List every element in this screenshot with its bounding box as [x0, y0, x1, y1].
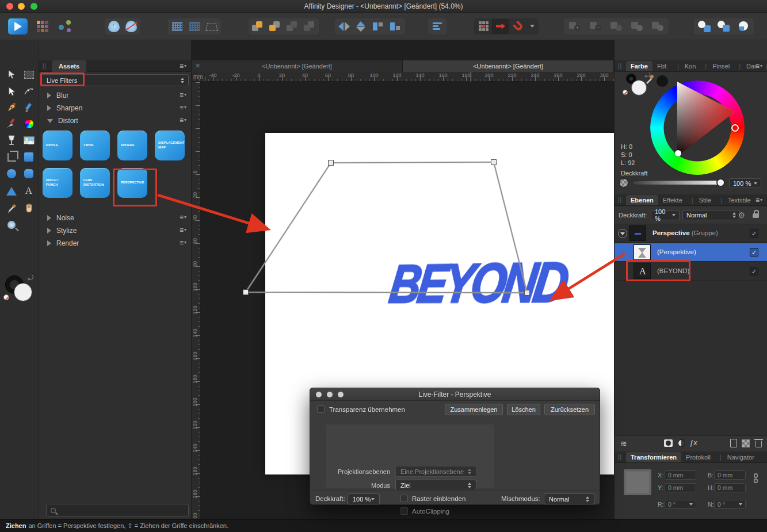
opacity-slider-handle[interactable] [716, 178, 725, 187]
tab-assets[interactable]: Assets [52, 60, 86, 72]
asset-tile-5[interactable]: PINCH / PUNCH [43, 168, 72, 198]
layer-visibility-checkbox[interactable]: ✓ [750, 248, 758, 257]
adjustment-icon[interactable] [678, 439, 685, 447]
insertion-mode-button-3[interactable] [734, 19, 753, 34]
secondary-swatch[interactable] [657, 75, 668, 87]
color-wells[interactable]: ⤾ [5, 275, 35, 305]
layers-opacity-select[interactable]: 100 % [651, 210, 680, 220]
layer-row-1[interactable]: Perspective (Gruppe)✓ [615, 224, 767, 243]
dialog-blend-select[interactable]: Normal [544, 493, 594, 504]
checkerboard-icon[interactable] [742, 439, 750, 447]
category-menu-icon[interactable]: ≡ [180, 213, 186, 221]
color-eyedropper-icon[interactable] [646, 74, 669, 89]
layer-visibility-checkbox[interactable]: ✓ [750, 267, 758, 275]
text-tool[interactable]: A [22, 184, 36, 198]
layer-row-2[interactable]: (Perspektive)✓ [615, 243, 767, 262]
color-wheel-tool[interactable] [22, 117, 36, 131]
link-dimensions-icon[interactable] [754, 473, 758, 485]
blend-mode-select[interactable]: Normal [682, 210, 740, 220]
opacity-swatch[interactable] [619, 178, 628, 187]
tab-pinsel[interactable]: Pinsel [700, 61, 734, 71]
autoclipping-checkbox[interactable] [400, 507, 408, 515]
export-persona-button[interactable] [58, 20, 72, 33]
asset-tile-1[interactable]: RIPPLE [43, 131, 72, 160]
vector-crop-tool[interactable] [5, 150, 18, 164]
anchor-selector[interactable] [624, 469, 651, 495]
asset-category-stylize[interactable]: Stylize≡ [39, 224, 191, 237]
panel-grip-icon[interactable]: || [618, 454, 622, 460]
asset-tile-6[interactable]: LENS DISTORTION [80, 168, 110, 198]
transform-select-n[interactable]: 0 ° [714, 500, 746, 509]
category-menu-icon[interactable]: ≡ [180, 91, 186, 99]
panel-grip-icon[interactable]: || [618, 63, 622, 69]
tab-effekte[interactable]: Effekte [658, 195, 687, 205]
point-transform-tool[interactable] [22, 85, 36, 98]
category-menu-icon[interactable]: ≡ [180, 239, 186, 247]
layer-visibility-checkbox[interactable]: ✓ [750, 229, 758, 238]
asset-category-sharpen[interactable]: Sharpen≡ [39, 102, 191, 114]
insertion-mode-button-1[interactable] [695, 19, 714, 34]
chevron-right-icon[interactable] [47, 240, 51, 246]
layers-menu-icon[interactable]: ≡ [755, 196, 762, 204]
snapping-dropdown-chevron-icon[interactable] [530, 25, 535, 28]
asset-category-blur[interactable]: Blur≡ [39, 89, 191, 102]
fill-color-well[interactable] [14, 283, 32, 301]
document-tab-1[interactable]: ✕<Unbenannt> [Geändert] [192, 60, 403, 72]
pencil-tool[interactable] [22, 101, 36, 114]
opacity-slider[interactable] [632, 180, 719, 185]
mode-select[interactable]: Ziel [395, 480, 476, 491]
asset-category-distort[interactable]: Distort≡ [39, 114, 191, 127]
move-tool[interactable] [5, 68, 18, 82]
category-menu-icon[interactable]: ≡ [180, 104, 186, 112]
boolean-xor-button[interactable] [647, 19, 668, 34]
pixel-snap-button[interactable] [475, 19, 492, 34]
category-menu-icon[interactable]: ≡ [180, 116, 186, 124]
ellipse-tool[interactable] [5, 167, 18, 181]
tab-stile[interactable]: Stile [687, 195, 716, 205]
asset-tile-3[interactable]: SPHERE [117, 131, 147, 160]
asset-category-noise[interactable]: Noise≡ [39, 212, 191, 224]
chevron-down-icon[interactable] [47, 119, 53, 123]
dialog-button-zusammenlegen[interactable]: Zusammenlegen [445, 404, 503, 415]
snapping-magnet-button[interactable] [509, 19, 526, 34]
dialog-minimize-button[interactable] [327, 392, 333, 397]
dialog-button-zurücksetzen[interactable]: Zurücksetzen [544, 404, 595, 415]
dialog-button-löschen[interactable]: Löschen [507, 404, 540, 415]
chevron-right-icon[interactable] [47, 93, 51, 98]
order-back-button[interactable] [301, 19, 318, 34]
transform-select-r[interactable]: 0 ° [665, 500, 696, 509]
node-tool[interactable] [5, 85, 18, 98]
flip-vertical-button[interactable] [353, 19, 370, 34]
boolean-subtract-button[interactable]: − [585, 19, 606, 34]
dialog-zoom-button[interactable] [338, 392, 344, 397]
boolean-add-button[interactable]: + [564, 19, 585, 34]
chevron-right-icon[interactable] [47, 228, 51, 234]
rotate-cw-button[interactable] [387, 19, 405, 34]
dot-grid-button[interactable] [186, 19, 203, 34]
lock-icon[interactable] [753, 213, 759, 218]
quad-handle-bottom-left[interactable] [243, 290, 249, 295]
tab-fbf[interactable]: Fbf. [652, 61, 673, 71]
fx-icon[interactable]: ƒx [689, 438, 697, 447]
tab-textstile[interactable]: Textstile [716, 195, 755, 205]
new-layer-icon[interactable] [730, 439, 737, 447]
rectangle-tool[interactable] [22, 150, 36, 164]
pixel-persona-button[interactable] [37, 21, 48, 32]
perspective-grid-button[interactable] [203, 19, 220, 34]
boolean-divide-button[interactable] [627, 19, 647, 34]
move-whole-pixels-button[interactable] [492, 19, 509, 34]
order-front-button[interactable] [249, 19, 266, 34]
pixel-grid-button[interactable] [169, 19, 186, 34]
boolean-intersect-button[interactable] [606, 19, 627, 34]
transform-field-h[interactable]: 0 mm [714, 483, 746, 492]
asset-category-render[interactable]: Render≡ [39, 237, 191, 250]
swap-colors-icon[interactable]: ⤾ [28, 274, 33, 282]
fill-color-well[interactable] [631, 80, 647, 95]
hue-handle[interactable] [731, 124, 739, 132]
flower-slash-button[interactable] [123, 19, 140, 34]
tab-ebenen[interactable]: Ebenen [626, 195, 658, 205]
transparency-checkbox[interactable] [317, 405, 325, 413]
category-menu-icon[interactable]: ≡ [180, 226, 186, 234]
no-color-icon[interactable] [623, 90, 628, 95]
assets-menu-icon[interactable]: ≡ [180, 62, 186, 70]
